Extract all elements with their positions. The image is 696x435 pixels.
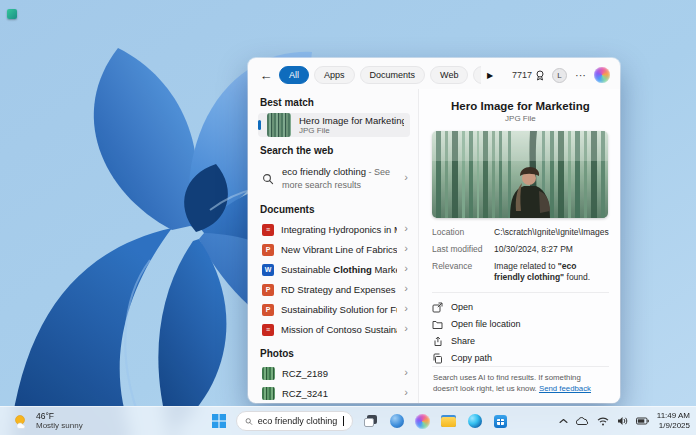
tab-settings[interactable]: Settings bbox=[473, 66, 481, 84]
best-match-title: Hero Image for Marketing bbox=[299, 115, 404, 126]
store-icon[interactable] bbox=[492, 413, 509, 430]
chevron-right-icon: › bbox=[404, 303, 408, 316]
taskbar-search-value: eco friendly clothing bbox=[258, 416, 338, 426]
search-icon bbox=[245, 416, 253, 427]
account-avatar[interactable]: L bbox=[552, 68, 567, 83]
tray-clock[interactable]: 11:49 AM 1/9/2025 bbox=[657, 411, 690, 430]
more-options-button[interactable]: ··· bbox=[574, 70, 587, 81]
web-search-row[interactable]: eco friendly clothing - See more search … bbox=[258, 161, 410, 196]
share-icon bbox=[432, 336, 443, 347]
photo-thumbnail bbox=[262, 367, 275, 380]
file-explorer-icon[interactable] bbox=[440, 413, 457, 430]
taskbar-search-box[interactable]: eco friendly clothing bbox=[236, 411, 353, 431]
web-section-header: Search the web bbox=[260, 145, 408, 156]
widgets-weather-button[interactable]: 46°F Mostly sunny bbox=[8, 407, 87, 435]
chevron-right-icon: › bbox=[404, 172, 408, 185]
chevron-right-icon: › bbox=[404, 367, 408, 380]
results-column: Best match Hero Image for Marketing JPG … bbox=[248, 89, 418, 403]
pdf-file-icon: ≡ bbox=[262, 224, 274, 236]
task-view-icon[interactable] bbox=[362, 413, 379, 430]
copilot-icon[interactable] bbox=[414, 413, 431, 430]
open-button[interactable]: Open bbox=[432, 300, 609, 314]
chevron-right-icon: › bbox=[404, 323, 408, 336]
meta-row-1: Last modified10/30/2024, 8:27 PM bbox=[432, 244, 609, 255]
speaker-icon[interactable] bbox=[617, 416, 628, 426]
meta-row-0: LocationC:\scratch\Ignite\Ignite\Images bbox=[432, 227, 609, 238]
action-label: Share bbox=[451, 336, 475, 346]
copilot-icon[interactable] bbox=[594, 67, 610, 83]
photo-title: RCZ_2189 bbox=[282, 368, 397, 379]
document-row-0[interactable]: ≡Integrating Hydroponics in Manu...› bbox=[258, 220, 410, 240]
file-actions: OpenOpen file locationShareCopy path bbox=[432, 292, 609, 365]
word-file-icon: W bbox=[262, 264, 274, 276]
chevron-right-icon: › bbox=[404, 263, 408, 276]
best-match-thumbnail bbox=[267, 113, 291, 137]
chevron-right-icon: › bbox=[404, 387, 408, 400]
metadata-list: LocationC:\scratch\Ignite\Ignite\ImagesL… bbox=[432, 227, 609, 283]
preview-title: Hero Image for Marketing bbox=[432, 100, 609, 112]
action-label: Open bbox=[451, 302, 473, 312]
share-button[interactable]: Share bbox=[432, 334, 609, 348]
document-row-5[interactable]: ≡Mission of Contoso Sustainable F...› bbox=[258, 320, 410, 340]
search-tabs: AllAppsDocumentsWebSettingsFoldersP bbox=[279, 66, 481, 84]
document-row-3[interactable]: PRD Strategy and Expenses› bbox=[258, 280, 410, 300]
tab-apps[interactable]: Apps bbox=[314, 66, 355, 84]
copy-path-button[interactable]: Copy path bbox=[432, 351, 609, 365]
meta-value: Image related to "eco friendly clothing"… bbox=[494, 261, 609, 283]
tray-chevron-up-icon[interactable] bbox=[559, 418, 568, 424]
chevron-right-icon: › bbox=[404, 243, 408, 256]
action-label: Copy path bbox=[451, 353, 492, 363]
action-label: Open file location bbox=[451, 319, 521, 329]
meta-row-2: RelevanceImage related to "eco friendly … bbox=[432, 261, 609, 283]
best-match-subtitle: JPG File bbox=[299, 126, 404, 135]
search-results-area: Best match Hero Image for Marketing JPG … bbox=[248, 89, 620, 403]
tabs-overflow-button[interactable]: ▶ bbox=[486, 71, 494, 80]
search-icon bbox=[262, 173, 274, 185]
chevron-right-icon: › bbox=[404, 223, 408, 236]
chevron-right-icon: › bbox=[404, 283, 408, 296]
document-row-2[interactable]: WSustainable Clothing Marketing ...› bbox=[258, 260, 410, 280]
preview-file-type: JPG File bbox=[432, 114, 609, 123]
send-feedback-link[interactable]: Send feedback bbox=[539, 384, 591, 393]
tab-all[interactable]: All bbox=[279, 66, 309, 84]
rewards-badge[interactable]: 7717 bbox=[512, 70, 545, 81]
back-button[interactable]: ← bbox=[258, 69, 274, 82]
document-title: Integrating Hydroponics in Manu... bbox=[281, 224, 397, 235]
photos-list: RCZ_2189›RCZ_3241›DR_2024_11› bbox=[258, 364, 410, 403]
document-title: RD Strategy and Expenses bbox=[281, 284, 397, 295]
photo-row-0[interactable]: RCZ_2189› bbox=[258, 364, 410, 384]
document-title: New Vibrant Line of Fabrics bbox=[281, 244, 397, 255]
preview-image[interactable] bbox=[432, 131, 608, 218]
weather-temp: 46°F bbox=[36, 412, 83, 422]
tab-documents[interactable]: Documents bbox=[360, 66, 426, 84]
document-title: Sustainability Solution for Future ... bbox=[281, 304, 397, 315]
search-flyout: ← AllAppsDocumentsWebSettingsFoldersP ▶ … bbox=[248, 58, 620, 403]
edge-icon[interactable] bbox=[466, 413, 483, 430]
photo-thumbnail bbox=[262, 387, 275, 400]
document-row-1[interactable]: PNew Vibrant Line of Fabrics› bbox=[258, 240, 410, 260]
ppt-file-icon: P bbox=[262, 244, 274, 256]
widgets-icon[interactable] bbox=[388, 413, 405, 430]
meta-label: Relevance bbox=[432, 261, 488, 283]
text-cursor bbox=[343, 416, 344, 426]
wifi-icon[interactable] bbox=[597, 417, 609, 426]
bamboo-forest-photo bbox=[432, 131, 608, 218]
web-query: eco friendly clothing bbox=[282, 166, 366, 177]
start-button[interactable] bbox=[210, 413, 227, 430]
battery-icon[interactable] bbox=[636, 417, 649, 425]
copy-icon bbox=[432, 353, 443, 364]
onedrive-icon[interactable] bbox=[576, 417, 589, 426]
desktop-shortcut-icon[interactable] bbox=[7, 9, 17, 19]
open-file-location-button[interactable]: Open file location bbox=[432, 317, 609, 331]
document-row-4[interactable]: PSustainability Solution for Future ...› bbox=[258, 300, 410, 320]
tab-web[interactable]: Web bbox=[430, 66, 468, 84]
weather-icon bbox=[12, 413, 30, 429]
best-match-item[interactable]: Hero Image for Marketing JPG File bbox=[258, 113, 410, 137]
documents-section-header: Documents bbox=[260, 204, 408, 215]
pinned-apps bbox=[362, 413, 509, 430]
best-match-header: Best match bbox=[260, 97, 408, 108]
rewards-points: 7717 bbox=[512, 70, 532, 80]
ppt-file-icon: P bbox=[262, 284, 274, 296]
photo-title: RCZ_3241 bbox=[282, 388, 397, 399]
photo-row-1[interactable]: RCZ_3241› bbox=[258, 384, 410, 403]
